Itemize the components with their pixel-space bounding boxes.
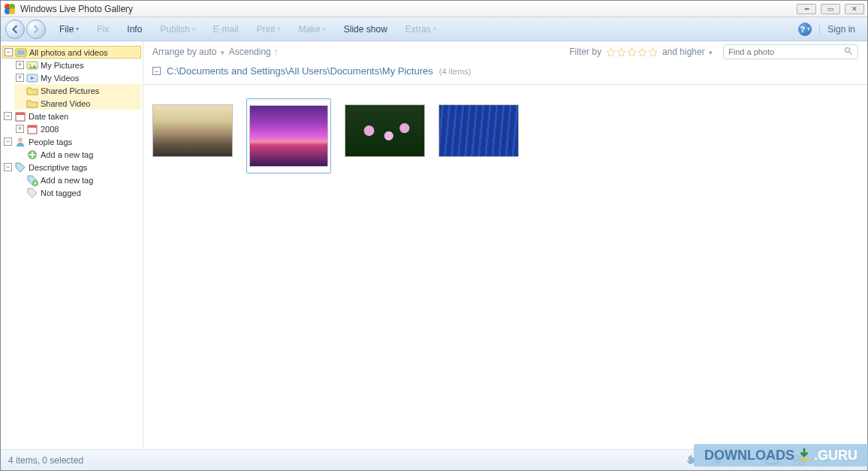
- menu-e-mail[interactable]: E-mail: [206, 21, 246, 38]
- thumbnail-lily-pads[interactable]: [345, 98, 425, 163]
- arrange-by-dropdown[interactable]: Arrange by auto ▾: [152, 47, 225, 57]
- folder-path[interactable]: C:\Documents and Settings\All Users\Docu…: [167, 65, 433, 77]
- thumbnail-grid: [143, 85, 867, 187]
- back-button[interactable]: [5, 20, 25, 39]
- folder-icon: [26, 98, 38, 110]
- thumbnail-blue-waves[interactable]: [439, 98, 519, 163]
- window-title: Windows Live Photo Gallery: [20, 4, 133, 14]
- search-input[interactable]: [728, 47, 844, 56]
- titlebar: Windows Live Photo Gallery ━ ▭ ✕: [1, 1, 867, 17]
- svg-point-7: [29, 63, 32, 65]
- filter-by-label: Filter by: [569, 47, 601, 57]
- and-higher-dropdown[interactable]: and higher ▾: [662, 47, 713, 57]
- add-tag-icon: [26, 174, 38, 186]
- tag-icon: [26, 187, 38, 199]
- sort-bar: Arrange by auto ▾ Ascending ↑ Filter by …: [143, 41, 867, 62]
- menu-publish[interactable]: Publish▾: [152, 21, 202, 38]
- tree-my-videos[interactable]: +My Videos: [14, 71, 141, 84]
- item-count: (4 items): [439, 67, 472, 76]
- calendar-icon: [26, 123, 38, 135]
- menu-bar: File▾FixInfoPublish▾E-mailPrint▾Make▾Sli…: [52, 21, 444, 38]
- add-tag-icon: [26, 149, 38, 161]
- sidebar: −All photos and videos +My Pictures+My V…: [1, 41, 143, 449]
- search-icon: [844, 47, 853, 58]
- svg-point-3: [9, 8, 15, 14]
- menu-slide-show[interactable]: Slide show: [336, 21, 395, 38]
- picture-icon: [26, 59, 38, 71]
- tree-year-2008[interactable]: +2008: [14, 122, 141, 135]
- tree-shared-video[interactable]: Shared Video: [14, 97, 141, 110]
- tree-descriptive-tags[interactable]: −Descriptive tags Add a new tag Not tagg…: [2, 161, 141, 199]
- forward-button[interactable]: [26, 20, 46, 39]
- rating-filter[interactable]: [606, 47, 658, 57]
- tree-add-people-tag[interactable]: Add a new tag: [14, 148, 141, 161]
- status-text: 4 items, 0 selected: [8, 455, 83, 466]
- thumbnail-purple-sunset[interactable]: [246, 98, 331, 174]
- menu-make[interactable]: Make▾: [291, 21, 333, 38]
- svg-rect-10: [16, 113, 25, 115]
- help-icon[interactable]: ?▾: [798, 23, 812, 36]
- calendar-icon: [14, 110, 26, 122]
- download-icon: [796, 447, 812, 463]
- tree-add-descriptive-tag[interactable]: Add a new tag: [14, 174, 141, 186]
- tree-my-pictures[interactable]: +My Pictures: [14, 59, 141, 71]
- menu-file[interactable]: File▾: [52, 21, 86, 38]
- svg-rect-5: [17, 50, 25, 55]
- tree-people-tags[interactable]: −People tags Add a new tag: [2, 135, 141, 161]
- path-header: − C:\Documents and Settings\All Users\Do…: [143, 62, 867, 85]
- maximize-button[interactable]: ▭: [821, 4, 840, 14]
- tree-date-taken[interactable]: −Date taken +2008: [2, 110, 141, 135]
- menu-fix[interactable]: Fix: [89, 21, 116, 38]
- pictures-folder-icon: [15, 47, 27, 59]
- svg-rect-12: [28, 125, 37, 128]
- toolbar: File▾FixInfoPublish▾E-mailPrint▾Make▾Sli…: [1, 17, 867, 41]
- sort-order-toggle[interactable]: Ascending ↑: [229, 47, 278, 57]
- tree-not-tagged[interactable]: Not tagged: [14, 186, 141, 199]
- thumbnail-mountain-sunset[interactable]: [152, 98, 233, 163]
- minimize-button[interactable]: ━: [797, 4, 816, 14]
- folder-icon: [26, 85, 38, 97]
- collapse-group-button[interactable]: −: [152, 67, 161, 75]
- video-icon: [26, 72, 38, 84]
- tag-icon: [14, 162, 26, 174]
- svg-point-13: [18, 137, 23, 142]
- window-controls: ━ ▭ ✕: [797, 4, 864, 14]
- svg-point-16: [845, 47, 850, 52]
- menu-print[interactable]: Print▾: [249, 21, 288, 38]
- svg-line-17: [849, 51, 852, 54]
- close-button[interactable]: ✕: [845, 4, 864, 14]
- tree-shared-pictures[interactable]: Shared Pictures: [14, 84, 141, 97]
- tree-all-photos[interactable]: −All photos and videos +My Pictures+My V…: [2, 46, 141, 110]
- menu-info[interactable]: Info: [119, 21, 149, 38]
- person-icon: [14, 136, 26, 148]
- watermark: DOWNLOADS .GURU: [694, 444, 868, 466]
- menu-extras[interactable]: Extras▾: [398, 21, 444, 38]
- search-box[interactable]: [723, 44, 858, 59]
- app-icon: [4, 3, 16, 15]
- sign-in-link[interactable]: Sign in: [819, 24, 863, 35]
- content-area: Arrange by auto ▾ Ascending ↑ Filter by …: [143, 41, 867, 449]
